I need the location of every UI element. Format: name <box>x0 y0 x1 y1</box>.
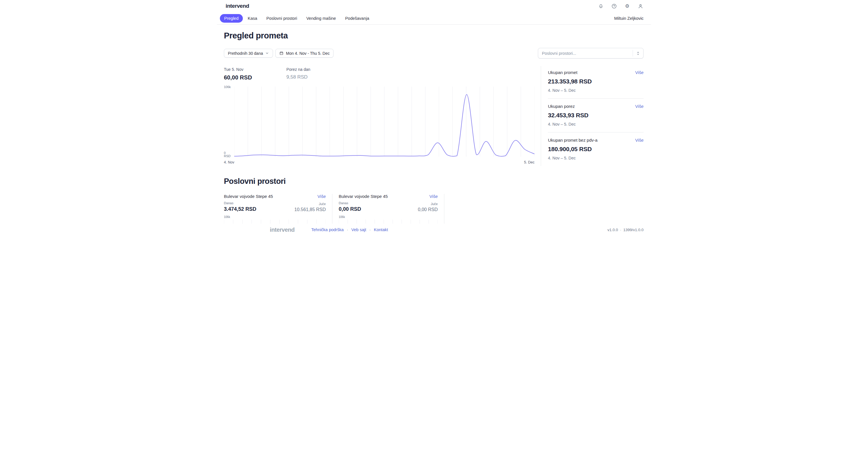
topbar: intervend ⚙ <box>217 0 651 12</box>
filter-row: Prethodnih 30 dana Mon 4. Nov - Thu 5. D… <box>224 48 644 59</box>
gear-icon: ⚙ <box>625 3 629 9</box>
more-link[interactable]: Više <box>635 138 644 142</box>
mini-y-max-label: 106k <box>224 216 326 219</box>
help-icon <box>611 3 617 9</box>
more-link[interactable]: Više <box>317 194 326 199</box>
chevron-down-icon <box>265 51 269 55</box>
footer-link-tehnicka-podrska[interactable]: Tehnička podrška <box>311 227 344 232</box>
summary-title: Ukupan porez <box>548 104 575 109</box>
help-button[interactable] <box>611 3 617 9</box>
app-build: 1399/v1.0.0 <box>623 228 644 232</box>
mini-chart-grid <box>339 220 438 224</box>
location-select[interactable]: Poslovni prostori... <box>538 48 644 59</box>
period-dropdown-label: Prethodnih 30 dana <box>228 51 263 56</box>
revenue-line-chart[interactable] <box>234 86 534 158</box>
hover-day-value: 60,00 RSD <box>224 74 252 81</box>
today-value: 3.474,52 RSD <box>224 206 256 212</box>
locations-section-title: Poslovni prostori <box>224 177 644 186</box>
dashboard: Tue 5. Nov 60,00 RSD Porez na dan 9,58 R… <box>224 66 644 166</box>
summary-value: 180.900,05 RSD <box>548 146 644 153</box>
app-logo[interactable]: intervend <box>226 3 249 9</box>
x-start-label: 4. Nov <box>224 160 234 164</box>
nav-item-pregled[interactable]: Pregled <box>220 14 243 23</box>
chart-x-axis: 4. Nov 5. Dec <box>224 160 534 164</box>
x-end-label: 5. Dec <box>524 160 534 164</box>
tax-day-stat: Porez na dan 9,58 RSD <box>286 67 310 81</box>
date-range-button[interactable]: Mon 4. Nov - Thu 5. Dec <box>275 49 334 58</box>
chart-panel: Tue 5. Nov 60,00 RSD Porez na dan 9,58 R… <box>224 66 541 166</box>
page-title: Pregled prometa <box>224 31 644 40</box>
nav-item-kasa[interactable]: Kasa <box>243 14 261 23</box>
nav-item-vending-masine[interactable]: Vending mašine <box>302 14 340 23</box>
today-stat: Danas 0,00 RSD <box>339 201 361 212</box>
footer-separator: · <box>347 227 348 232</box>
footer-logo: intervend <box>270 227 294 233</box>
yesterday-label: Juče <box>294 202 326 206</box>
account-button[interactable] <box>637 3 644 9</box>
footer-link-veb-sajt[interactable]: Veb sajt <box>351 227 366 232</box>
topbar-icons: ⚙ <box>598 3 644 9</box>
bell-icon <box>598 3 603 9</box>
more-link[interactable]: Više <box>635 70 644 75</box>
location-cards: Bulevar vojvode Stepe 45 Više Danas 3.47… <box>224 194 644 224</box>
more-link[interactable]: Više <box>635 104 644 109</box>
summary-title: Ukupan promet <box>548 70 578 75</box>
footer-version: v1.0.0 · 1399/v1.0.0 <box>608 228 644 232</box>
summary-range: 4. Nov – 5. Dec <box>548 88 644 93</box>
updown-icon <box>633 51 643 56</box>
today-value: 0,00 RSD <box>339 206 361 212</box>
nav-item-poslovni-prostori[interactable]: Poslovni prostori <box>262 14 301 23</box>
today-stat: Danas 3.474,52 RSD <box>224 201 256 212</box>
today-label: Danas <box>224 201 256 205</box>
mini-y-max-label: 106k <box>339 216 438 219</box>
yesterday-value: 10.561,85 RSD <box>294 207 326 212</box>
tax-day-value: 9,58 RSD <box>286 74 310 80</box>
app-version: v1.0.0 <box>608 228 618 232</box>
calendar-icon <box>279 51 284 55</box>
summary-value: 32.453,93 RSD <box>548 112 644 119</box>
date-range-label: Mon 4. Nov - Thu 5. Dec <box>286 51 330 56</box>
location-select-placeholder: Poslovni prostori... <box>538 51 632 56</box>
summary-range: 4. Nov – 5. Dec <box>548 122 644 127</box>
footer: intervend Tehnička podrška · Veb sajt · … <box>217 224 651 236</box>
yesterday-stat: Juče 0,00 RSD <box>418 202 438 212</box>
more-link[interactable]: Više <box>429 194 438 199</box>
user-name: Miltuin Zeljkovic <box>614 16 644 21</box>
mini-chart: 106k <box>339 216 438 224</box>
chart-plot <box>234 86 534 158</box>
chart-area: 106k 0 RSD <box>224 86 534 158</box>
location-name: Bulevar vojvode Stepe 45 <box>224 194 273 199</box>
period-dropdown[interactable]: Prethodnih 30 dana <box>224 49 273 58</box>
footer-separator: · <box>369 227 371 232</box>
footer-link-kontakt[interactable]: Kontakt <box>374 227 388 232</box>
mini-chart-grid <box>224 220 326 224</box>
mini-chart: 106k <box>224 216 326 224</box>
summary-title: Ukupan promet bez pdv-a <box>548 138 598 142</box>
notifications-button[interactable] <box>598 3 604 9</box>
location-card: Bulevar vojvode Stepe 45 Više Danas 0,00… <box>332 194 444 224</box>
main-nav: Pregled Kasa Poslovni prostori Vending m… <box>217 12 651 25</box>
yesterday-label: Juče <box>418 202 438 206</box>
settings-button[interactable]: ⚙ <box>624 3 630 9</box>
summary-card-promet-bez-pdv: Ukupan promet bez pdv-a Više 180.900,05 … <box>548 132 644 166</box>
y-max-label: 106k <box>224 86 231 89</box>
yesterday-value: 0,00 RSD <box>418 207 438 212</box>
summary-value: 213.353,98 RSD <box>548 78 644 85</box>
location-card: Bulevar vojvode Stepe 45 Više Danas 3.47… <box>224 194 332 224</box>
nav-item-podesavanja[interactable]: Podešavanja <box>341 14 373 23</box>
chart-hover-stats: Tue 5. Nov 60,00 RSD Porez na dan 9,58 R… <box>224 66 534 81</box>
chart-y-axis: 106k 0 RSD <box>224 86 234 158</box>
main-content: Pregled prometa Prethodnih 30 dana Mon 4… <box>217 31 651 224</box>
hover-day-label: Tue 5. Nov <box>224 67 252 72</box>
location-name: Bulevar vojvode Stepe 45 <box>339 194 388 199</box>
hover-day-stat: Tue 5. Nov 60,00 RSD <box>224 67 252 81</box>
yesterday-stat: Juče 10.561,85 RSD <box>294 202 326 212</box>
y-min-label: 0 RSD <box>224 152 233 158</box>
footer-separator: · <box>620 228 621 232</box>
summary-card-ukupan-promet: Ukupan promet Više 213.353,98 RSD 4. Nov… <box>548 66 644 98</box>
summary-panel: Ukupan promet Više 213.353,98 RSD 4. Nov… <box>541 66 644 166</box>
today-label: Danas <box>339 201 361 205</box>
user-icon <box>638 3 643 9</box>
tax-day-label: Porez na dan <box>286 67 310 72</box>
summary-range: 4. Nov – 5. Dec <box>548 156 644 160</box>
